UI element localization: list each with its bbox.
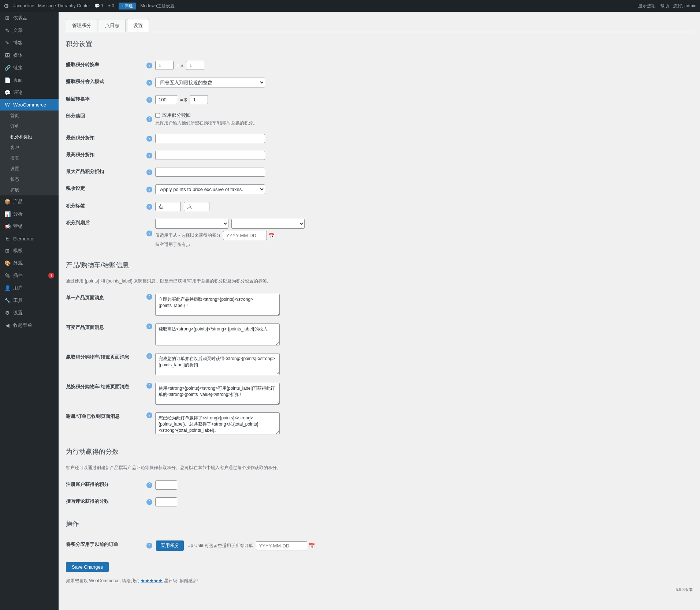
plugins-badge: 1 [48,273,54,278]
sidebar-item-woocommerce[interactable]: W WooCommerce [0,99,59,111]
sidebar-item-home[interactable]: 首页 [0,111,59,121]
single-product-msg-input[interactable]: 立即购买此产品并赚取<strong>{points}</strong>{poin… [155,294,280,316]
redeem-rate-points-input[interactable] [155,95,177,104]
review-points-label: 撰写评论获得的分数 [66,498,109,504]
points-label-plural-input[interactable] [184,202,209,211]
expire-select-1[interactable] [155,219,228,229]
marketing-icon: 📢 [4,224,10,229]
earn-cart-msg-row: 赢取积分购物车/结账页面消息 ? 完成您的订单并在以后购买时获得<strong>… [66,349,693,379]
expire-calendar-icon[interactable]: 📅 [268,233,275,239]
sidebar-item-products[interactable]: 📦 产品 [0,195,59,208]
sidebar-item-plugins[interactable]: 🔌 插件 1 [0,269,59,282]
points-label-row: 积分标签 ? [66,198,693,215]
min-discount-info-icon: ? [146,136,152,142]
theme-settings-link[interactable]: Modown主题设置 [140,3,174,9]
thankyou-msg-label: 谢谢/订单已收到页面消息 [66,413,120,419]
notification-comments[interactable]: 💬 1 [94,3,104,8]
sidebar-item-label: 设置 [10,166,19,172]
redeem-cart-msg-input[interactable]: 使用<strong>{points}</strong>可用{points_lab… [155,383,280,405]
sidebar-item-label: 页面 [13,77,23,83]
earn-cart-msg-input[interactable]: 完成您的订单并在以后购买时获得<strong>{points}</strong>… [155,353,280,375]
min-discount-input[interactable] [155,134,265,143]
tab-log[interactable]: 点日志 [99,19,126,32]
save-changes-button[interactable]: Save Changes [66,562,109,572]
redeem-rate-label: 赎回转换率 [66,96,90,102]
min-discount-row: 最低积分折扣 ? [66,130,693,147]
sidebar-item-collapse[interactable]: ◀ 收起菜单 [0,319,59,332]
earn-rounding-row: 赚取积分舍入模式 ? 四舍五入到最接近的整数 向下取整 向上取整 [66,74,693,91]
sidebar-item-label: 分析 [13,211,23,217]
sidebar-item-status[interactable]: 状态 [0,174,59,185]
site-name[interactable]: Jacqueline - Massage Theraphy Center [13,3,90,8]
sidebar-item-posts[interactable]: ✎ 文章 [0,24,59,37]
page-title: 积分设置 [66,40,693,51]
partial-redeem-checkbox[interactable] [155,113,160,118]
tab-settings[interactable]: 设置 [127,19,149,32]
max-product-discount-input[interactable] [155,168,265,177]
tax-label: 税收设定 [66,186,85,191]
earn-rate-points-input[interactable] [155,61,174,70]
sidebar-item-templates[interactable]: ⊞ 模板 [0,244,59,257]
sidebar-item-media[interactable]: 🖼 媒体 [0,49,59,61]
expire-select-2[interactable] [231,219,305,229]
tax-row: 税收设定 ? Apply points to price exclusive o… [66,181,693,198]
thankyou-msg-input[interactable]: 您已经为此订单赢得了<strong>{points}</strong>{poin… [155,412,280,434]
min-discount-label: 最低积分折扣 [66,135,94,141]
single-product-msg-row: 单一产品页面消息 ? 立即购买此产品并赚取<strong>{points}</s… [66,290,693,320]
admin-user[interactable]: 您好, admin [673,3,696,9]
sidebar-item-marketing[interactable]: 📢 营销 [0,220,59,233]
earn-rounding-select[interactable]: 四舍五入到最接近的整数 向下取整 向上取整 [155,78,265,87]
thankyou-msg-row: 谢谢/订单已收到页面消息 ? 您已经为此订单赢得了<strong>{points… [66,409,693,438]
sidebar-item-dashboard[interactable]: ⊞ 仪表盘 [0,12,59,24]
sidebar-item-users[interactable]: 👤 用户 [0,282,59,294]
tab-manage[interactable]: 管理积分 [66,19,97,32]
sidebar-item-settings2[interactable]: ⚙ 设置 [0,307,59,319]
max-product-discount-info-icon: ? [146,169,152,175]
sidebar-item-appearance[interactable]: 🎨 外观 [0,257,59,269]
sidebar-item-orders[interactable]: 订单 [0,121,59,132]
sidebar-item-blog[interactable]: ✎ 博客 [0,37,59,49]
help-button[interactable]: 帮助 [660,3,669,9]
sidebar-item-comments[interactable]: 💬 评论 [0,86,59,99]
sidebar-item-label: 插件 [13,272,23,279]
earn-rate-value-input[interactable] [186,61,204,70]
footer-stars-link[interactable]: ★★★★★ [141,578,163,583]
sidebar-item-pages[interactable]: 📄 页面 [0,74,59,86]
sidebar-item-settings[interactable]: 设置 [0,164,59,174]
display-options[interactable]: 显示选项 [638,3,656,9]
sidebar-item-elementor[interactable]: E Elementor [0,233,59,244]
tax-select[interactable]: Apply points to price exclusive of taxes… [155,184,265,194]
sidebar-item-customers[interactable]: 客户 [0,142,59,153]
tax-info-icon: ? [146,187,152,192]
sidebar: ⊞ 仪表盘 ✎ 文章 ✎ 博客 🖼 媒体 🔗 链接 📄 页面 💬 评论 W Wo… [0,12,59,610]
single-product-msg-info-icon: ? [146,294,152,300]
redeem-rate-row: 赎回转换率 ? = $ [66,91,693,108]
analytics-icon: 📊 [4,211,10,217]
apply-points-button[interactable]: 应用积分 [156,540,184,551]
partial-redeem-helper: 允许用户输入他们所望在购物车/结账时兑换的积分。 [155,120,257,126]
sidebar-item-reports[interactable]: 报表 [0,153,59,164]
upuntil-calendar-icon[interactable]: 📅 [309,543,315,549]
variable-product-msg-row: 可变产品页面消息 ? 赚取高达<strong>{points}</strong>… [66,320,693,349]
apply-orders-row: 将积分应用于以前的订单 ? 应用积分 Up Until-可选留空适用于所有订单 … [66,537,693,555]
pages-icon: 📄 [4,77,10,83]
register-points-input[interactable] [155,480,177,490]
new-button[interactable]: + 新建 [119,3,136,10]
settings-icon: ⚙ [4,310,10,316]
review-points-info-icon: ? [146,499,152,505]
max-discount-input[interactable] [155,151,265,160]
expire-date-input[interactable] [223,231,267,240]
redeem-rate-value-input[interactable] [190,95,208,104]
earn-rounding-label: 赚取积分舍入模式 [66,79,104,84]
sidebar-item-tools[interactable]: 🔧 工具 [0,294,59,307]
upuntil-date-input[interactable] [256,541,307,550]
notification-updates[interactable]: + 0 [108,3,114,8]
sidebar-item-analytics[interactable]: 📊 分析 [0,208,59,220]
sidebar-item-points[interactable]: 积分和奖励 [0,132,59,142]
sidebar-item-extend[interactable]: 扩展 [0,185,59,195]
actions-section-title: 为行动赢得的分数 [66,447,693,459]
points-label-singular-input[interactable] [155,202,181,211]
sidebar-item-links[interactable]: 🔗 链接 [0,61,59,74]
review-points-input[interactable] [155,497,177,506]
variable-product-msg-input[interactable]: 赚取高达<strong>{points}</strong> {points_la… [155,323,280,345]
